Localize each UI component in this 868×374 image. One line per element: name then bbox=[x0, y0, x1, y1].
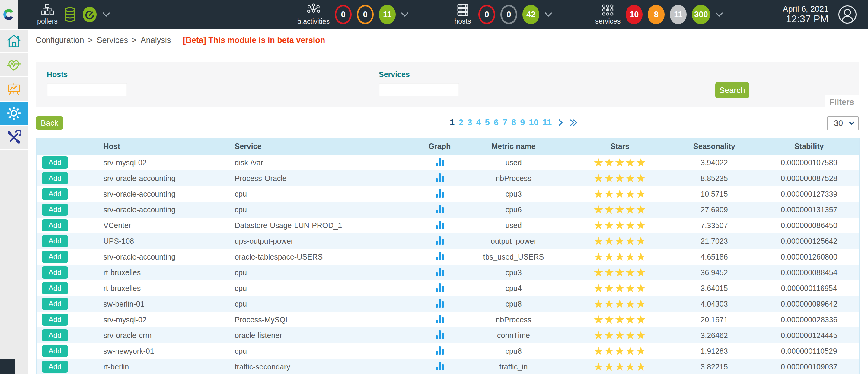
cell-seasonality: 3.64015 bbox=[669, 280, 760, 296]
breadcrumb-services[interactable]: Services bbox=[97, 36, 128, 45]
cell-host: srv-oracle-crm bbox=[97, 327, 230, 343]
star-rating: ★★★★★ bbox=[593, 313, 646, 326]
status-badge-outline-red[interactable]: 0 bbox=[478, 5, 495, 24]
add-button[interactable]: Add bbox=[42, 361, 68, 373]
pagination-page-3[interactable]: 3 bbox=[467, 118, 472, 127]
add-button[interactable]: Add bbox=[42, 219, 68, 231]
cell-stars: ★★★★★ bbox=[571, 312, 669, 327]
pagination-page-5[interactable]: 5 bbox=[485, 118, 490, 127]
filters-toggle[interactable]: Filters bbox=[825, 95, 859, 109]
services-icon bbox=[601, 4, 614, 16]
status-badge-fill-gray[interactable]: 11 bbox=[670, 5, 687, 24]
topbar-hosts-group[interactable]: hosts 0042 bbox=[452, 0, 552, 29]
cell-metric: used bbox=[456, 218, 571, 233]
chevron-down-icon[interactable] bbox=[545, 12, 552, 17]
pagination-page-10[interactable]: 10 bbox=[529, 118, 538, 127]
user-menu[interactable] bbox=[838, 5, 857, 25]
services-filter-input[interactable] bbox=[379, 83, 459, 96]
add-button[interactable]: Add bbox=[42, 329, 68, 341]
centreon-logo[interactable] bbox=[0, 0, 18, 29]
cell-service: Process-Oracle bbox=[230, 170, 423, 186]
status-badge-fill-green[interactable]: 11 bbox=[379, 5, 396, 24]
status-badge-fill-green[interactable]: 300 bbox=[692, 5, 710, 24]
chevron-down-icon[interactable] bbox=[401, 12, 409, 17]
topbar-services-group[interactable]: services 10811300 bbox=[595, 0, 723, 29]
graph-icon[interactable] bbox=[435, 236, 444, 245]
star-rating: ★★★★★ bbox=[593, 188, 646, 200]
user-avatar-icon bbox=[838, 5, 857, 24]
pagination-page-8[interactable]: 8 bbox=[511, 118, 516, 127]
pagination-page-2[interactable]: 2 bbox=[459, 118, 463, 127]
status-badge-outline-gray[interactable]: 0 bbox=[500, 5, 517, 24]
topbar-pollers-group[interactable]: pollers bbox=[37, 0, 110, 29]
sidebar-item-configuration[interactable] bbox=[0, 102, 28, 126]
status-badge-fill-green[interactable]: 42 bbox=[522, 5, 539, 24]
graph-icon[interactable] bbox=[435, 361, 444, 370]
add-button[interactable]: Add bbox=[42, 156, 68, 169]
table-row: Addrt-berlintraffic-secondarytraffic_in★… bbox=[36, 359, 859, 374]
sidebar-item-monitoring[interactable] bbox=[0, 53, 28, 77]
chevron-down-icon[interactable] bbox=[715, 12, 723, 17]
graph-icon[interactable] bbox=[435, 267, 444, 276]
cell-metric: traffic_in bbox=[456, 359, 571, 374]
add-button[interactable]: Add bbox=[42, 266, 68, 279]
sidebar-item-administration[interactable] bbox=[0, 126, 28, 150]
cell-service: cpu bbox=[230, 296, 423, 312]
cell-seasonality: 4.04303 bbox=[669, 296, 760, 312]
sidebar-item-home[interactable] bbox=[0, 29, 28, 53]
last-page-icon[interactable] bbox=[569, 119, 578, 126]
breadcrumb-analysis[interactable]: Analysis bbox=[141, 36, 171, 45]
graph-icon[interactable] bbox=[435, 189, 444, 198]
add-button[interactable]: Add bbox=[42, 345, 68, 357]
page-size-value: 30 bbox=[834, 119, 843, 128]
graph-icon[interactable] bbox=[435, 173, 444, 182]
search-button[interactable]: Search bbox=[715, 82, 749, 98]
graph-icon[interactable] bbox=[435, 251, 444, 260]
graph-icon[interactable] bbox=[435, 330, 444, 339]
hosts-filter-input[interactable] bbox=[47, 83, 127, 96]
pagination-page-9[interactable]: 9 bbox=[520, 118, 525, 127]
add-button[interactable]: Add bbox=[42, 298, 68, 310]
cell-metric: used bbox=[456, 155, 571, 170]
page-size-select[interactable]: 30 bbox=[827, 116, 859, 130]
topbar-bactivities-group[interactable]: b.activities 0011 bbox=[297, 0, 409, 29]
table-row: Addsrv-oracle-accountingProcess-Oraclenb… bbox=[36, 170, 859, 186]
graph-icon[interactable] bbox=[435, 346, 444, 355]
next-page-icon[interactable] bbox=[557, 119, 563, 126]
pagination-page-11[interactable]: 11 bbox=[542, 118, 552, 127]
pagination-page-7[interactable]: 7 bbox=[502, 118, 507, 127]
graph-icon[interactable] bbox=[435, 220, 444, 229]
back-button[interactable]: Back bbox=[36, 116, 63, 130]
graph-icon[interactable] bbox=[435, 298, 444, 308]
add-button[interactable]: Add bbox=[42, 314, 68, 326]
add-button[interactable]: Add bbox=[42, 251, 68, 263]
status-badge-fill-orange[interactable]: 8 bbox=[648, 5, 664, 24]
hosts-badges: 0042 bbox=[478, 5, 539, 24]
add-button[interactable]: Add bbox=[42, 172, 68, 184]
add-button[interactable]: Add bbox=[42, 188, 68, 200]
cell-graph bbox=[423, 265, 456, 280]
graph-icon[interactable] bbox=[435, 314, 444, 323]
status-badge-outline-red[interactable]: 0 bbox=[335, 5, 351, 24]
cell-metric: cpu6 bbox=[456, 202, 571, 218]
graph-icon[interactable] bbox=[435, 157, 444, 166]
chevron-down-icon[interactable] bbox=[102, 12, 110, 17]
cell-stability: 0.000001260800 bbox=[760, 249, 859, 265]
add-button[interactable]: Add bbox=[42, 235, 68, 247]
graph-icon[interactable] bbox=[435, 204, 444, 213]
breadcrumb-configuration[interactable]: Configuration bbox=[36, 36, 84, 45]
pagination-page-1[interactable]: 1 bbox=[450, 118, 455, 127]
cell-graph bbox=[423, 155, 456, 170]
sidebar-item-reporting[interactable] bbox=[0, 77, 28, 102]
graph-icon[interactable] bbox=[435, 283, 444, 292]
status-badge-outline-orange[interactable]: 0 bbox=[357, 5, 374, 24]
cell-graph bbox=[423, 186, 456, 202]
col-seasonality: Seasonality bbox=[669, 138, 760, 155]
add-button[interactable]: Add bbox=[42, 282, 68, 294]
status-badge-fill-red[interactable]: 10 bbox=[626, 5, 643, 24]
pagination-page-6[interactable]: 6 bbox=[494, 118, 499, 127]
sidebar bbox=[0, 29, 28, 374]
pagination-page-4[interactable]: 4 bbox=[476, 118, 481, 127]
add-button[interactable]: Add bbox=[42, 204, 68, 216]
cell-metric: cpu4 bbox=[456, 280, 571, 296]
